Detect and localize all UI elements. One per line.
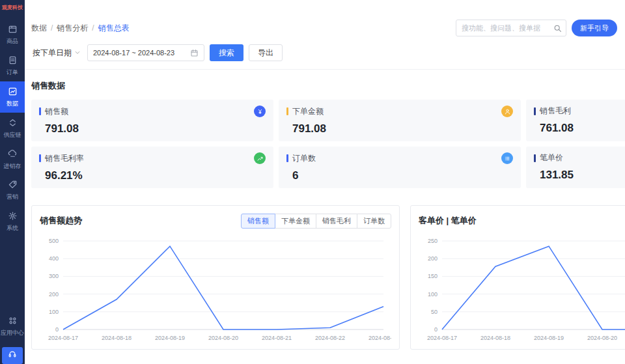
sidebar-item-goods[interactable]: 商品 bbox=[0, 19, 25, 50]
search-icon[interactable] bbox=[553, 24, 566, 33]
topbar-right: 新手引导 bbox=[456, 20, 617, 36]
grid-icon bbox=[8, 316, 18, 328]
card-value: 96.21% bbox=[39, 169, 266, 182]
card-title: 笔单价 bbox=[540, 152, 625, 163]
sales-trend-panel: 销售额趋势 销售额下单金额销售毛利订单数 0100200300400500202… bbox=[31, 205, 400, 350]
charts-row: 销售额趋势 销售额下单金额销售毛利订单数 0100200300400500202… bbox=[31, 205, 625, 350]
card-accent-bar bbox=[39, 154, 41, 162]
sidebar-item-data[interactable]: 数据 bbox=[0, 81, 25, 113]
headset-icon bbox=[8, 350, 17, 361]
svg-text:2024-08-21: 2024-08-21 bbox=[262, 335, 292, 341]
supply-icon bbox=[8, 118, 18, 130]
svg-text:2024-08-18: 2024-08-18 bbox=[480, 335, 510, 341]
svg-text:400: 400 bbox=[49, 255, 59, 262]
sales-trend-chart: 01002003004005002024-08-172024-08-182024… bbox=[40, 233, 391, 345]
svg-text:50: 50 bbox=[431, 309, 438, 315]
price-chart: 0501001502002502024-08-172024-08-182024-… bbox=[419, 233, 625, 345]
sidebar-nav: 商品订单数据供应链进销存营销系统 bbox=[0, 19, 25, 237]
stat-card-order-amount: 下单金额791.08 bbox=[279, 100, 521, 141]
breadcrumb-item: 销售总表 bbox=[98, 23, 130, 34]
svg-text:200: 200 bbox=[49, 291, 59, 298]
card-accent-bar bbox=[286, 154, 288, 162]
chart-icon bbox=[8, 87, 18, 99]
stat-card-gross-margin: 销售毛利率96.21% bbox=[31, 147, 273, 188]
chevron-down-icon bbox=[74, 49, 81, 56]
sidebar-item-label: 数据 bbox=[7, 101, 18, 107]
svg-text:2024-08-20: 2024-08-20 bbox=[587, 335, 617, 341]
sidebar-item-inventory[interactable]: 进销存 bbox=[0, 144, 25, 175]
svg-text:2024-08-19: 2024-08-19 bbox=[534, 335, 564, 341]
list-icon bbox=[501, 152, 513, 164]
search-button[interactable]: 搜索 bbox=[210, 44, 243, 61]
card-accent-bar bbox=[534, 107, 536, 115]
svg-text:100: 100 bbox=[428, 291, 438, 298]
app-logo: 观麦科技 bbox=[1, 0, 24, 11]
card-accent-bar bbox=[39, 107, 41, 115]
card-header: 销售毛利 bbox=[534, 105, 625, 117]
trend-up-icon bbox=[254, 152, 266, 164]
topbar: 数据/销售分析/销售总表 新手引导 bbox=[25, 0, 625, 42]
user-icon bbox=[501, 105, 513, 117]
yuan-icon bbox=[254, 105, 266, 117]
svg-text:2024-08-17: 2024-08-17 bbox=[48, 335, 78, 341]
card-header: 销售毛利率 bbox=[39, 152, 266, 164]
card-accent-bar bbox=[286, 107, 288, 115]
section-title: 销售数据 bbox=[31, 80, 625, 92]
card-value: 6 bbox=[286, 169, 513, 182]
svg-text:2024-08-20: 2024-08-20 bbox=[208, 335, 238, 341]
global-search[interactable] bbox=[456, 20, 566, 36]
sidebar-item-orders[interactable]: 订单 bbox=[0, 50, 25, 81]
sidebar-item-marketing[interactable]: 营销 bbox=[0, 175, 25, 206]
tag-icon bbox=[8, 180, 18, 192]
sales-trend-title: 销售额趋势 bbox=[40, 215, 82, 227]
card-header: 笔单价 bbox=[534, 152, 625, 163]
sidebar-item-label: 系统 bbox=[7, 225, 18, 232]
card-title: 销售额 bbox=[45, 106, 250, 117]
customer-service-badge[interactable] bbox=[2, 347, 23, 364]
sidebar-item-label: 应用中心 bbox=[1, 330, 24, 337]
price-panel: 客单价 | 笔单价 0501001502002502024-08-172024-… bbox=[410, 205, 625, 350]
sidebar-item-label: 供应链 bbox=[4, 132, 21, 139]
svg-text:0: 0 bbox=[55, 326, 59, 333]
card-value: 131.85 bbox=[534, 169, 625, 182]
order-icon bbox=[8, 55, 18, 68]
sidebar-item-app-center[interactable]: 应用中心 bbox=[1, 311, 24, 342]
metric-tabs: 销售额下单金额销售毛利订单数 bbox=[241, 214, 391, 229]
tab-order-count[interactable]: 订单数 bbox=[357, 214, 391, 229]
inventory-icon bbox=[8, 149, 18, 161]
price-panel-head: 客单价 | 笔单价 bbox=[419, 212, 625, 229]
svg-text:300: 300 bbox=[49, 273, 59, 279]
card-value: 791.08 bbox=[286, 122, 513, 135]
sidebar-item-label: 营销 bbox=[7, 194, 18, 201]
breadcrumb-item[interactable]: 销售分析 bbox=[57, 23, 88, 34]
stat-card-sales-amount: 销售额791.08 bbox=[31, 100, 273, 141]
card-title: 订单数 bbox=[292, 153, 497, 164]
date-type-select[interactable]: 按下单日期 bbox=[31, 48, 82, 59]
svg-text:2024-08-18: 2024-08-18 bbox=[102, 335, 132, 341]
svg-text:100: 100 bbox=[49, 309, 59, 315]
content: 销售数据 销售额791.08下单金额791.08销售毛利761.08销售毛利率9… bbox=[25, 70, 625, 350]
breadcrumb-separator: / bbox=[92, 23, 94, 33]
filter-toolbar: 按下单日期 2024-08-17 ~ 2024-08-23 搜索 导出 bbox=[25, 42, 625, 70]
search-input[interactable] bbox=[456, 24, 553, 32]
sidebar-item-system[interactable]: 系统 bbox=[0, 206, 25, 237]
sidebar-item-supply-chain[interactable]: 供应链 bbox=[0, 113, 25, 144]
card-title: 销售毛利率 bbox=[45, 153, 250, 164]
guide-button[interactable]: 新手引导 bbox=[572, 20, 617, 36]
breadcrumb: 数据/销售分析/销售总表 bbox=[31, 23, 130, 34]
sidebar-bottom: 应用中心 bbox=[0, 311, 25, 364]
gear-icon bbox=[8, 211, 18, 223]
date-range-input[interactable]: 2024-08-17 ~ 2024-08-23 bbox=[87, 44, 204, 61]
svg-text:2024-08-22: 2024-08-22 bbox=[315, 335, 345, 341]
tab-gross-profit[interactable]: 销售毛利 bbox=[316, 214, 357, 229]
svg-text:2024-08-19: 2024-08-19 bbox=[155, 335, 185, 341]
card-title: 销售毛利 bbox=[540, 105, 625, 117]
stat-cards: 销售额791.08下单金额791.08销售毛利761.08销售毛利率96.21%… bbox=[31, 100, 625, 188]
tab-order-amount[interactable]: 下单金额 bbox=[275, 214, 316, 229]
date-range-value: 2024-08-17 ~ 2024-08-23 bbox=[93, 49, 174, 57]
breadcrumb-item[interactable]: 数据 bbox=[31, 23, 47, 34]
export-button[interactable]: 导出 bbox=[249, 44, 283, 61]
tab-sales-amount[interactable]: 销售额 bbox=[241, 214, 275, 229]
card-accent-bar bbox=[534, 154, 536, 162]
breadcrumb-separator: / bbox=[51, 23, 53, 33]
